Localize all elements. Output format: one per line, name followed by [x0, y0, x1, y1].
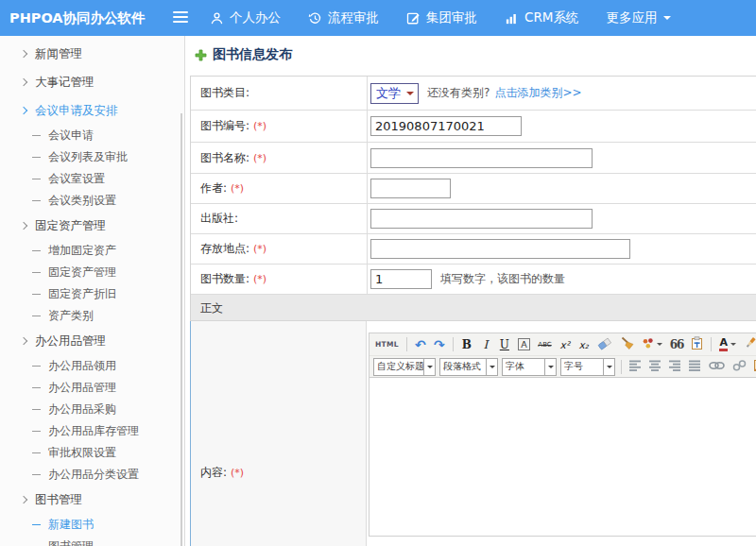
paragraph-select-label: 段落格式 [440, 360, 486, 373]
nav-label: 更多应用 [606, 9, 657, 26]
sidebar-item[interactable]: 审批权限设置 [0, 442, 184, 464]
dash-bullet-icon [32, 294, 41, 295]
blockquote-icon[interactable]: 66 [667, 335, 687, 353]
book-no-input[interactable] [370, 116, 522, 136]
superscript-icon[interactable]: x² [557, 335, 574, 353]
sidebar-item[interactable]: 会议列表及审批 [0, 146, 184, 168]
sidebar-item[interactable]: 办公用品库存管理 [0, 420, 184, 442]
net-image-icon[interactable] [751, 358, 756, 376]
sidebar-item[interactable]: 办公用品采购 [0, 399, 184, 420]
form-row-quantity: 图书数量:(*) 填写数字，该图书的数量 [191, 264, 756, 295]
sidebar-item[interactable]: 办公用品领用 [0, 355, 184, 377]
strikethrough-icon[interactable]: ABC [535, 335, 554, 353]
font-family-select[interactable]: 字体 [502, 358, 557, 376]
required-mark: (*) [253, 273, 266, 285]
publisher-input[interactable] [370, 209, 593, 229]
sidebar-item[interactable]: 会议类别设置 [0, 190, 184, 212]
paste-as-text-icon[interactable] [688, 335, 706, 353]
dash-bullet-icon [32, 316, 41, 316]
paragraph-select[interactable]: 段落格式 [439, 358, 498, 376]
sidebar-item[interactable]: 办公用品管理 [0, 377, 184, 399]
add-category-link[interactable]: 点击添加类别>> [494, 85, 581, 101]
sidebar-item[interactable]: 新建图书 [0, 514, 184, 536]
underline-icon[interactable]: U [496, 335, 513, 353]
form-row-content: 内容:(*) HTML↶↷BIUAABCx²x₂66A 自定义标题段落格式字体字… [191, 321, 756, 546]
sidebar-item[interactable]: 固定资产折旧 [0, 283, 184, 305]
align-left-icon[interactable] [627, 358, 644, 376]
dash-bullet-icon [32, 250, 41, 251]
category-hint: 还没有类别? [427, 85, 490, 101]
italic-icon[interactable]: I [477, 335, 494, 353]
category-select[interactable]: 文学 [370, 83, 419, 104]
align-center-icon[interactable] [646, 358, 664, 376]
chevron-right-icon [20, 222, 27, 230]
sidebar-item[interactable]: 会议室设置 [0, 168, 184, 190]
sidebar-group[interactable]: 办公用品管理 [0, 327, 184, 355]
sidebar-group[interactable]: 图书管理 [0, 486, 184, 514]
eraser-icon[interactable] [594, 335, 615, 353]
chevron-right-icon [20, 50, 27, 58]
unlink-icon[interactable] [730, 358, 749, 376]
sidebar-scrollbar[interactable] [180, 113, 182, 546]
sidebar-item-label: 办公用品分类设置 [48, 467, 139, 483]
sidebar-item[interactable]: 办公用品分类设置 [0, 464, 184, 486]
app-logo[interactable]: PHPOA协同办公软件 [9, 0, 146, 36]
font-size-select[interactable]: 字号 [560, 358, 615, 376]
sidebar-item[interactable]: 增加固定资产 [0, 240, 184, 262]
sidebar-item[interactable]: 资产类别 [0, 305, 184, 327]
quantity-input[interactable] [370, 269, 432, 289]
required-mark: (*) [231, 182, 244, 195]
subscript-icon[interactable]: x₂ [576, 335, 593, 353]
toolbar-separator [621, 360, 622, 374]
section-header: 正文 [191, 295, 756, 321]
chevron-right-icon [20, 337, 27, 345]
font-color-icon[interactable]: A [716, 335, 739, 353]
nav-personal-office[interactable]: 个人办公 [210, 9, 281, 26]
nav-crm-system[interactable]: CRM系统 [505, 9, 578, 26]
undo-icon[interactable]: ↶ [412, 335, 429, 353]
align-right-icon[interactable] [666, 358, 684, 376]
align-justify-icon[interactable] [686, 358, 704, 376]
editor-toolbar-row1: HTML↶↷BIUAABCx²x₂66A [369, 333, 756, 355]
html-source-icon[interactable]: HTML [372, 335, 402, 353]
book-name-input[interactable] [370, 148, 593, 168]
color-palette-icon[interactable] [639, 335, 665, 353]
dash-bullet-icon [32, 200, 41, 201]
form-row-book-name: 图书名称:(*) [191, 143, 756, 174]
sidebar-group[interactable]: 固定资产管理 [0, 212, 184, 240]
sidebar-group[interactable]: 新闻管理 [0, 40, 184, 68]
sidebar-item[interactable]: 图书管理 [0, 536, 184, 546]
font-style-box-icon[interactable]: A [515, 335, 534, 353]
dash-bullet-icon [32, 452, 41, 453]
sidebar-group[interactable]: 大事记管理 [0, 68, 184, 96]
chevron-right-icon [20, 78, 27, 86]
sidebar-item-label: 会议申请 [48, 128, 94, 144]
sidebar-group-label: 新闻管理 [35, 46, 82, 62]
category-label: 图书类目: [200, 85, 249, 101]
author-input[interactable] [370, 179, 451, 198]
editor-content[interactable] [369, 377, 756, 536]
highlight-color-icon[interactable] [741, 335, 756, 353]
bold-icon[interactable]: B [458, 335, 475, 353]
sidebar-item[interactable]: 固定资产管理 [0, 262, 184, 283]
sidebar-group-label: 办公用品管理 [35, 333, 106, 350]
format-brush-icon[interactable] [617, 335, 637, 353]
process-icon [308, 11, 322, 26]
nav-process-approval[interactable]: 流程审批 [308, 9, 379, 26]
redo-icon[interactable]: ↷ [431, 335, 448, 353]
required-mark: (*) [231, 467, 244, 479]
nav-label: 流程审批 [328, 9, 379, 26]
nav-more-apps[interactable]: 更多应用 [606, 9, 671, 26]
sidebar-item[interactable]: 会议申请 [0, 125, 184, 146]
toolbar-separator [453, 337, 454, 351]
bar-chart-icon [505, 11, 519, 26]
nav-group-approval[interactable]: 集团审批 [406, 9, 477, 26]
required-mark: (*) [253, 120, 266, 132]
location-input[interactable] [370, 239, 630, 259]
menu-toggle-icon[interactable] [173, 11, 188, 25]
sidebar-item-label: 办公用品管理 [48, 380, 116, 396]
sidebar-group[interactable]: 会议申请及安排 [0, 96, 184, 125]
heading-select[interactable]: 自定义标题 [373, 358, 436, 376]
sidebar-item-label: 固定资产管理 [48, 264, 116, 281]
link-icon[interactable] [706, 358, 728, 376]
